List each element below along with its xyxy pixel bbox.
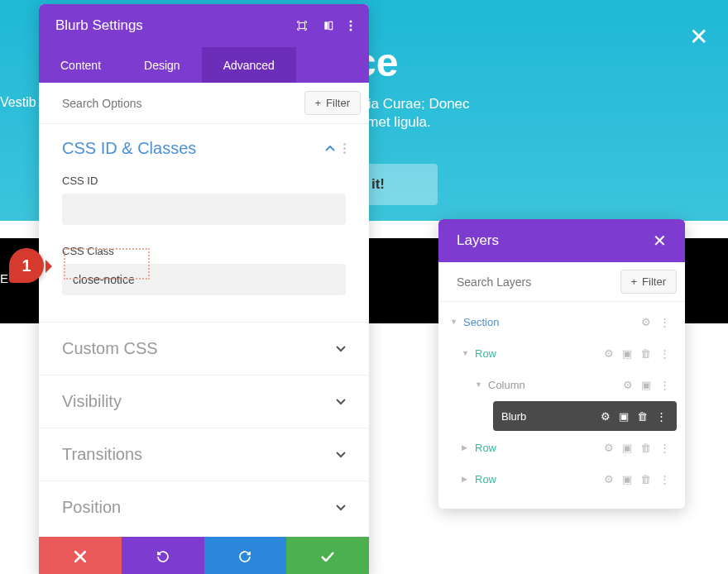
cancel-button[interactable] [39, 537, 122, 574]
trash-icon[interactable]: 🗑 [640, 473, 651, 486]
kebab-icon[interactable]: ⋮ [659, 316, 670, 328]
gear-icon[interactable]: ⚙ [604, 347, 614, 360]
layers-header[interactable]: Layers ✕ [438, 219, 685, 262]
css-id-input[interactable] [62, 194, 346, 225]
layer-row[interactable]: ▼ Row ⚙▣🗑⋮ [443, 338, 677, 368]
css-class-input[interactable] [62, 264, 346, 295]
columns-icon[interactable]: ▣ [622, 442, 632, 454]
panel-title: Blurb Settings [55, 17, 296, 34]
layers-search-row: +Filter [438, 262, 685, 302]
layer-blurb-selected[interactable]: Blurb ⚙▣🗑⋮ [493, 401, 677, 431]
dark-bar-text: E [0, 271, 9, 285]
css-id-label: CSS ID [39, 166, 369, 194]
tab-advanced[interactable]: Advanced [202, 47, 296, 83]
svg-point-7 [343, 147, 346, 150]
tab-content[interactable]: Content [39, 47, 122, 83]
layers-title: Layers [457, 232, 653, 249]
blurb-settings-panel: Blurb Settings Content Design Advanced +… [39, 4, 369, 574]
layers-filter-button[interactable]: +Filter [620, 270, 677, 294]
trash-icon[interactable]: 🗑 [640, 442, 651, 454]
chevron-down-icon [336, 346, 346, 352]
filter-button[interactable]: +Filter [304, 91, 361, 115]
svg-point-5 [350, 29, 352, 31]
plus-icon: + [315, 97, 322, 109]
section-title: CSS ID & Classes [62, 139, 314, 158]
expand-icon[interactable] [296, 20, 308, 31]
triangle-down-icon[interactable]: ▼ [475, 380, 486, 389]
layer-section[interactable]: ▼ Section ⚙⋮ [443, 307, 677, 337]
triangle-right-icon[interactable]: ▶ [462, 443, 473, 452]
panel-action-bar [39, 537, 369, 574]
svg-point-8 [343, 151, 346, 154]
kebab-icon[interactable]: ⋮ [656, 410, 667, 423]
gear-icon[interactable]: ⚙ [604, 442, 614, 454]
layer-row[interactable]: ▶ Row ⚙▣🗑⋮ [443, 464, 677, 494]
kebab-icon[interactable] [349, 20, 352, 31]
svg-point-3 [350, 21, 352, 23]
svg-rect-0 [299, 23, 305, 29]
close-icon[interactable]: ✕ [653, 231, 667, 251]
snap-icon[interactable] [323, 20, 334, 31]
panel-tabs: Content Design Advanced [39, 47, 369, 83]
section-custom-css[interactable]: Custom CSS [39, 322, 369, 375]
layers-panel: Layers ✕ +Filter ▼ Section ⚙⋮ ▼ Row ⚙▣🗑⋮… [438, 219, 685, 509]
callout-badge-1: 1 [9, 248, 44, 283]
kebab-icon[interactable]: ⋮ [659, 473, 670, 486]
redo-button[interactable] [204, 537, 287, 574]
section-css-id-classes[interactable]: CSS ID & Classes [39, 124, 369, 166]
save-button[interactable] [286, 537, 369, 574]
section-position[interactable]: Position [39, 481, 369, 533]
triangle-down-icon[interactable]: ▼ [462, 349, 473, 357]
columns-icon[interactable]: ▣ [641, 379, 651, 391]
gear-icon[interactable]: ⚙ [601, 410, 611, 423]
svg-rect-1 [324, 22, 328, 29]
svg-point-6 [343, 143, 346, 146]
panel-header[interactable]: Blurb Settings [39, 4, 369, 47]
chevron-down-icon [336, 452, 346, 458]
svg-point-4 [350, 25, 352, 27]
plus-icon: + [631, 275, 638, 288]
undo-button[interactable] [122, 537, 204, 574]
section-transitions[interactable]: Transitions [39, 428, 369, 481]
gear-icon[interactable]: ⚙ [604, 473, 614, 486]
kebab-icon[interactable]: ⋮ [659, 379, 670, 391]
page-close-icon[interactable]: ✕ [689, 23, 708, 50]
kebab-icon[interactable]: ⋮ [659, 442, 670, 454]
gear-icon[interactable]: ⚙ [641, 316, 651, 328]
columns-icon[interactable]: ▣ [619, 410, 629, 423]
search-layers-input[interactable] [457, 275, 620, 289]
panel-search-row: +Filter [39, 83, 369, 124]
tab-design[interactable]: Design [122, 47, 202, 83]
kebab-icon[interactable]: ⋮ [659, 347, 670, 360]
chevron-up-icon[interactable] [325, 146, 335, 152]
trash-icon[interactable]: 🗑 [640, 347, 651, 360]
layer-row[interactable]: ▶ Row ⚙▣🗑⋮ [443, 433, 677, 462]
columns-icon[interactable]: ▣ [622, 347, 632, 360]
section-visibility[interactable]: Visibility [39, 375, 369, 428]
layer-column[interactable]: ▼ Column ⚙▣⋮ [443, 370, 677, 399]
svg-rect-2 [329, 22, 333, 29]
chevron-down-icon [336, 505, 346, 511]
css-class-label: CSS Class [39, 237, 369, 264]
hero-fragment-left: Vestib [0, 95, 36, 110]
search-options-input[interactable] [62, 97, 304, 110]
section-kebab-icon[interactable] [343, 143, 346, 154]
triangle-right-icon[interactable]: ▶ [462, 475, 473, 483]
chevron-down-icon [336, 399, 346, 405]
triangle-down-icon[interactable]: ▼ [450, 318, 462, 326]
gear-icon[interactable]: ⚙ [623, 379, 633, 391]
columns-icon[interactable]: ▣ [622, 473, 632, 486]
trash-icon[interactable]: 🗑 [637, 410, 648, 423]
